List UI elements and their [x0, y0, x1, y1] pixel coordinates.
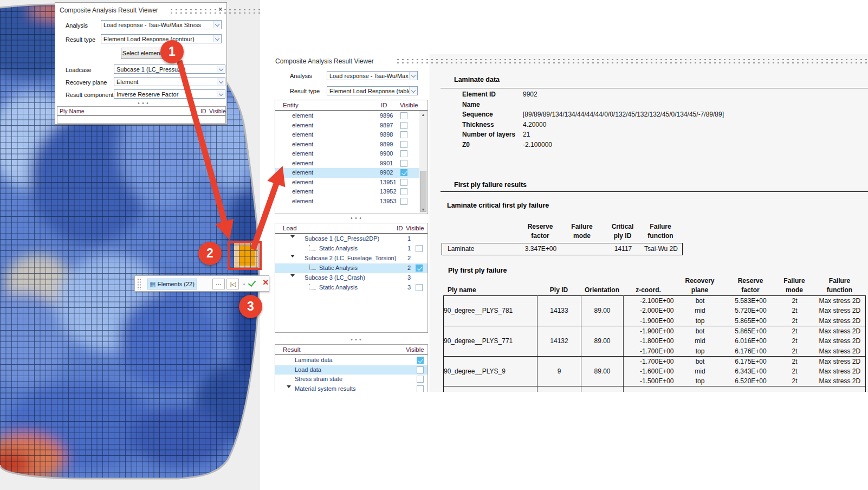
- entity-row[interactable]: element9897: [275, 121, 419, 131]
- analysis-select[interactable]: Load response - Tsai-Wu/Max Str: [327, 71, 418, 80]
- loadcase-select[interactable]: Subcase 1 (LC_Pressu2D: [114, 65, 225, 74]
- entity-row[interactable]: element13952: [275, 187, 419, 197]
- visibility-checkbox[interactable]: [400, 179, 407, 186]
- visibility-checkbox[interactable]: [400, 150, 407, 157]
- entity-row[interactable]: element13951: [275, 178, 419, 188]
- visibility-checkbox[interactable]: [416, 265, 423, 272]
- recovery-plane-cell: mid: [674, 366, 727, 377]
- result-row[interactable]: Laminate data: [275, 356, 427, 365]
- field-label: Number of layers: [462, 131, 523, 138]
- visibility-checkbox[interactable]: [417, 357, 424, 364]
- scroll-down-icon[interactable]: ▼: [419, 206, 427, 213]
- app-root: Composite Analysis Result Viewer Analysi…: [0, 0, 868, 490]
- empty-cell: [624, 386, 866, 392]
- header-line1: Failure: [829, 276, 850, 286]
- laminate-fields: Element ID9902NameSequence[89/89/89/134/…: [462, 91, 724, 151]
- recovery-plane-cell: top: [674, 346, 727, 356]
- entity-row[interactable]: element9902: [275, 168, 419, 178]
- load-row[interactable]: Static Analysis2: [275, 263, 427, 273]
- recovery-plane-select[interactable]: Element: [114, 77, 225, 86]
- expand-arrow-icon[interactable]: [290, 235, 295, 238]
- reset-selection-button[interactable]: |◁: [226, 279, 239, 289]
- visibility-checkbox[interactable]: [400, 131, 407, 138]
- expand-arrow-icon[interactable]: [287, 385, 291, 388]
- col-id: ID: [397, 225, 403, 231]
- entity-row[interactable]: element9896: [275, 111, 419, 121]
- step-badge-2: 2: [198, 242, 222, 265]
- chevron-down-icon[interactable]: [217, 78, 224, 85]
- select-elements-button[interactable]: Select elements: [121, 48, 166, 59]
- load-row[interactable]: Subcase 3 (LC_Crash)3: [275, 273, 427, 283]
- entity-row[interactable]: element13953: [275, 197, 419, 207]
- result-component-select[interactable]: Inverse Reserve Factor: [114, 89, 225, 99]
- result-row[interactable]: Load data: [275, 365, 427, 375]
- entity-row[interactable]: element9900: [275, 149, 419, 159]
- ply-name-grid[interactable]: Ply Name ID Visible: [57, 106, 226, 124]
- load-id: 1: [407, 235, 411, 242]
- entity-row[interactable]: element9899: [275, 140, 419, 150]
- header-line2: Orientation: [585, 286, 619, 295]
- visibility-checkbox[interactable]: [417, 385, 424, 392]
- close-icon[interactable]: ×: [218, 5, 223, 13]
- z-coord-cell: -1.900E+00: [624, 316, 674, 326]
- recovery-plane-cell: mid: [674, 306, 727, 316]
- analysis-select[interactable]: Load response - Tsai-Wu/Max Stress: [101, 20, 222, 29]
- entity-id: 9896: [380, 112, 393, 119]
- chevron-down-icon[interactable]: [409, 72, 417, 79]
- more-options-button[interactable]: ···: [212, 279, 225, 289]
- header-line1: Reserve: [738, 276, 763, 286]
- scroll-up-icon[interactable]: ▲: [419, 111, 427, 118]
- ply-header-cell: Reservefactor: [726, 275, 775, 295]
- visibility-checkbox[interactable]: [417, 376, 424, 383]
- drag-handle-icon[interactable]: [137, 278, 141, 290]
- visibility-checkbox[interactable]: [416, 245, 423, 252]
- load-row[interactable]: Subcase 1 (LC_Pressu2DP)1: [275, 234, 427, 244]
- visibility-checkbox[interactable]: [417, 366, 424, 373]
- chevron-down-icon[interactable]: [409, 87, 417, 94]
- load-row[interactable]: Static Analysis1: [275, 244, 427, 254]
- chevron-down-icon[interactable]: [217, 66, 224, 73]
- accept-check-icon[interactable]: [248, 279, 257, 288]
- field-value: 21: [523, 131, 530, 138]
- entity-id: 9898: [380, 131, 393, 138]
- entity-scrollbar[interactable]: ▲ ▼: [419, 111, 427, 213]
- load-row[interactable]: Static Analysis3: [275, 283, 427, 293]
- chevron-down-icon[interactable]: [213, 35, 221, 42]
- entity-row[interactable]: element9898: [275, 130, 419, 140]
- result-type-select[interactable]: Element Load Response (contour): [101, 34, 222, 43]
- cancel-x-icon[interactable]: ×: [263, 277, 269, 288]
- entity-grid[interactable]: Entity ID Visible element9896element9897…: [275, 100, 428, 214]
- entity-id: 9897: [380, 122, 393, 128]
- visibility-checkbox[interactable]: [400, 122, 407, 129]
- result-grid[interactable]: Result Visible Laminate dataLoad dataStr…: [275, 344, 428, 392]
- expand-arrow-icon[interactable]: [290, 255, 295, 257]
- header-line1: Failure: [783, 276, 805, 286]
- visibility-checkbox[interactable]: [400, 112, 407, 119]
- splitter-handle[interactable]: [349, 338, 361, 341]
- result-row[interactable]: Material system results: [275, 384, 427, 392]
- elements-count-button[interactable]: ▦Elements (22): [147, 279, 197, 289]
- ply-header-cell: z-coord.: [623, 275, 673, 295]
- result-row[interactable]: Stress strain state: [275, 375, 427, 384]
- chevron-down-icon[interactable]: [213, 21, 221, 28]
- load-label: Subcase 3 (LC_Crash): [305, 274, 365, 281]
- load-id: 2: [407, 265, 411, 271]
- visibility-checkbox[interactable]: [400, 198, 407, 205]
- splitter-handle[interactable]: [137, 102, 148, 105]
- tree-connector-icon: [309, 245, 316, 250]
- expand-arrow-icon[interactable]: [290, 274, 295, 277]
- visibility-checkbox[interactable]: [400, 169, 407, 176]
- failure-mode-cell: 2t: [775, 316, 814, 326]
- critical-heading: Laminate critical first ply failure: [447, 202, 549, 209]
- chevron-down-icon[interactable]: [217, 91, 224, 98]
- visibility-checkbox[interactable]: [400, 188, 407, 195]
- visibility-checkbox[interactable]: [400, 141, 407, 148]
- visibility-checkbox[interactable]: [416, 284, 423, 291]
- z-coord-cell: -2.000E+00: [624, 306, 674, 316]
- result-type-select[interactable]: Element Load Response (table): [327, 86, 418, 95]
- load-row[interactable]: Subcase 2 (LC_Fuselage_Torsion)2: [275, 254, 427, 263]
- splitter-handle[interactable]: [349, 217, 361, 220]
- entity-row[interactable]: element9901: [275, 159, 419, 169]
- load-grid[interactable]: Load ID Visible Subcase 1 (LC_Pressu2DP)…: [275, 223, 428, 333]
- visibility-checkbox[interactable]: [400, 160, 407, 167]
